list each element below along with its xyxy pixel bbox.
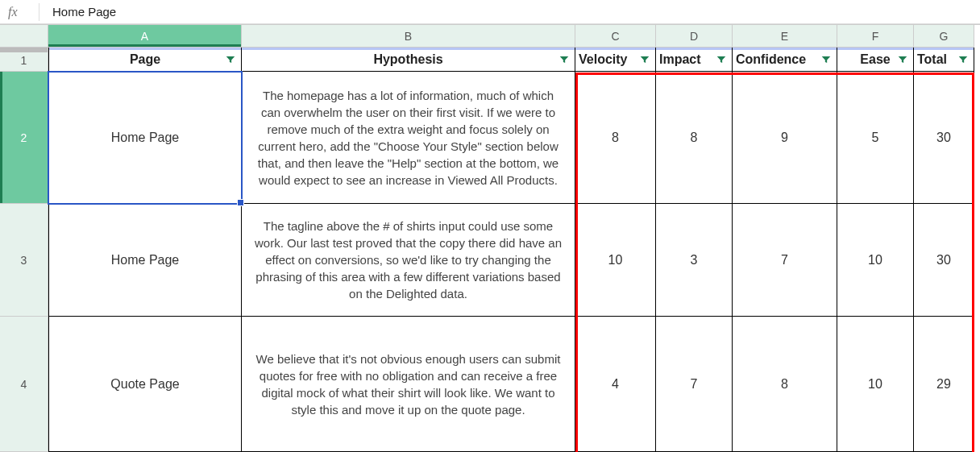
- cell-F3[interactable]: 10: [837, 204, 914, 317]
- cell-E3[interactable]: 7: [733, 204, 837, 317]
- spreadsheet-grid[interactable]: A B C D E F G 1 Page Hypothesis Velocity…: [0, 24, 980, 452]
- cell-G2[interactable]: 30: [914, 72, 974, 204]
- filter-icon[interactable]: [716, 54, 727, 65]
- col-header-B[interactable]: B: [242, 25, 575, 48]
- cell-F2[interactable]: 5: [837, 72, 914, 204]
- row-header-2[interactable]: 2: [0, 72, 48, 204]
- header-ease[interactable]: Ease: [837, 48, 914, 72]
- col-header-C[interactable]: C: [575, 25, 656, 48]
- cell-C2[interactable]: 8: [575, 72, 656, 204]
- row-header-3[interactable]: 3: [0, 204, 48, 317]
- cell-C3[interactable]: 10: [575, 204, 656, 317]
- filter-icon[interactable]: [225, 54, 236, 65]
- cell-D4[interactable]: 7: [656, 317, 733, 452]
- header-total[interactable]: Total: [914, 48, 974, 72]
- col-header-D[interactable]: D: [656, 25, 733, 48]
- header-hypothesis-label: Hypothesis: [242, 52, 575, 67]
- header-impact[interactable]: Impact: [656, 48, 733, 72]
- header-confidence[interactable]: Confidence: [733, 48, 837, 72]
- cell-G4[interactable]: 29: [914, 317, 974, 452]
- cell-E2[interactable]: 9: [733, 72, 837, 204]
- col-header-A[interactable]: A: [48, 25, 242, 48]
- row-header-4[interactable]: 4: [0, 317, 48, 452]
- cell-F4[interactable]: 10: [837, 317, 914, 452]
- row-header-1[interactable]: 1: [0, 48, 48, 72]
- header-page[interactable]: Page: [48, 48, 242, 72]
- formula-input[interactable]: [48, 2, 980, 21]
- cell-A3[interactable]: Home Page: [48, 204, 242, 317]
- formula-bar: fx: [0, 0, 980, 24]
- divider: [39, 3, 39, 21]
- cell-B2[interactable]: The homepage has a lot of information, m…: [242, 72, 575, 204]
- header-page-label: Page: [49, 52, 241, 67]
- cell-E4[interactable]: 8: [733, 317, 837, 452]
- filter-icon[interactable]: [559, 54, 570, 65]
- cell-C4[interactable]: 4: [575, 317, 656, 452]
- col-header-F[interactable]: F: [837, 25, 914, 48]
- cell-D3[interactable]: 3: [656, 204, 733, 317]
- filter-icon[interactable]: [639, 54, 650, 65]
- cell-A2[interactable]: Home Page: [48, 72, 242, 204]
- filter-icon[interactable]: [820, 54, 832, 65]
- cell-D2[interactable]: 8: [656, 72, 733, 204]
- filter-icon[interactable]: [897, 54, 908, 65]
- header-velocity[interactable]: Velocity: [575, 48, 656, 72]
- cell-B4[interactable]: We believe that it's not obvious enough …: [242, 317, 575, 452]
- cell-A4[interactable]: Quote Page: [48, 317, 242, 452]
- fx-icon: fx: [8, 5, 31, 19]
- col-header-G[interactable]: G: [914, 25, 974, 48]
- cell-G3[interactable]: 30: [914, 204, 974, 317]
- cell-B3[interactable]: The tagline above the # of shirts input …: [242, 204, 575, 317]
- col-header-E[interactable]: E: [733, 25, 837, 48]
- header-hypothesis[interactable]: Hypothesis: [242, 48, 575, 72]
- filter-icon[interactable]: [957, 54, 969, 65]
- select-all-corner[interactable]: [0, 25, 48, 48]
